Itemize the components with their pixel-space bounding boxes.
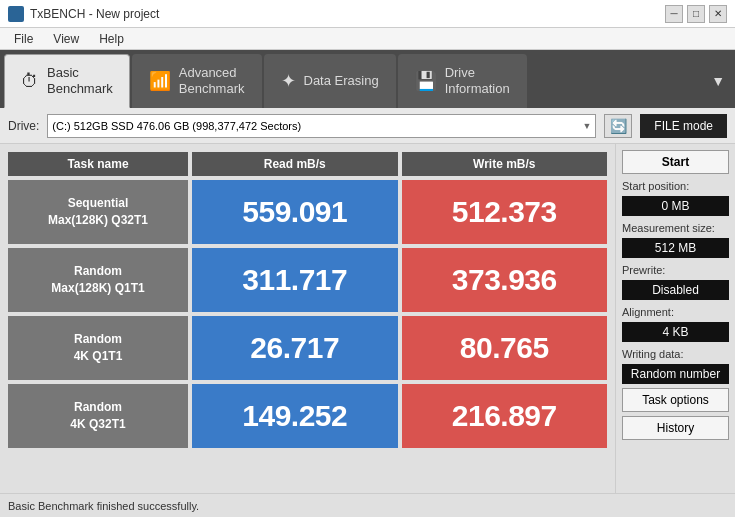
maximize-button[interactable]: □ <box>687 5 705 23</box>
measurement-size-label: Measurement size: <box>622 222 729 234</box>
row3-read: 26.717 <box>192 316 398 380</box>
basic-benchmark-icon: ⏱ <box>21 72 39 90</box>
header-task-name: Task name <box>8 152 188 176</box>
row4-name: Random4K Q32T1 <box>8 384 188 448</box>
row2-read: 311.717 <box>192 248 398 312</box>
row3-write: 80.765 <box>402 316 608 380</box>
tab-drive-label: DriveInformation <box>445 65 510 96</box>
status-text: Basic Benchmark finished successfully. <box>8 500 199 512</box>
status-bar: Basic Benchmark finished successfully. <box>0 493 735 517</box>
tab-toolbar: ⏱ BasicBenchmark 📶 AdvancedBenchmark ✦ D… <box>0 50 735 108</box>
row4-write: 216.897 <box>402 384 608 448</box>
writing-data-label: Writing data: <box>622 348 729 360</box>
tab-basic-label: BasicBenchmark <box>47 65 113 96</box>
task-options-button[interactable]: Task options <box>622 388 729 412</box>
start-position-label: Start position: <box>622 180 729 192</box>
header-write: Write mB/s <box>402 152 608 176</box>
right-panel: Start Start position: 0 MB Measurement s… <box>615 144 735 493</box>
advanced-benchmark-icon: 📶 <box>149 72 171 90</box>
drive-label: Drive: <box>8 119 39 133</box>
title-bar: TxBENCH - New project ─ □ ✕ <box>0 0 735 28</box>
tab-data-erasing[interactable]: ✦ Data Erasing <box>264 54 396 108</box>
title-bar-left: TxBENCH - New project <box>8 6 159 22</box>
tab-advanced-benchmark[interactable]: 📶 AdvancedBenchmark <box>132 54 262 108</box>
tab-basic-benchmark[interactable]: ⏱ BasicBenchmark <box>4 54 130 108</box>
start-button[interactable]: Start <box>622 150 729 174</box>
menu-view[interactable]: View <box>43 30 89 48</box>
row2-name: RandomMax(128K) Q1T1 <box>8 248 188 312</box>
main-content: Task name Read mB/s Write mB/s Sequentia… <box>0 144 735 493</box>
table-row: RandomMax(128K) Q1T1 311.717 373.936 <box>8 248 607 312</box>
title-controls: ─ □ ✕ <box>665 5 727 23</box>
data-erasing-icon: ✦ <box>281 72 296 90</box>
row2-write: 373.936 <box>402 248 608 312</box>
drive-bar: Drive: (C:) 512GB SSD 476.06 GB (998,377… <box>0 108 735 144</box>
prewrite-label: Prewrite: <box>622 264 729 276</box>
prewrite-value: Disabled <box>622 280 729 300</box>
table-row: SequentialMax(128K) Q32T1 559.091 512.37… <box>8 180 607 244</box>
alignment-label: Alignment: <box>622 306 729 318</box>
menu-bar: File View Help <box>0 28 735 50</box>
minimize-button[interactable]: ─ <box>665 5 683 23</box>
table-header: Task name Read mB/s Write mB/s <box>8 152 607 176</box>
app-icon <box>8 6 24 22</box>
header-read: Read mB/s <box>192 152 398 176</box>
table-row: Random4K Q32T1 149.252 216.897 <box>8 384 607 448</box>
close-button[interactable]: ✕ <box>709 5 727 23</box>
measurement-size-value: 512 MB <box>622 238 729 258</box>
table-row: Random4K Q1T1 26.717 80.765 <box>8 316 607 380</box>
start-position-value: 0 MB <box>622 196 729 216</box>
drive-information-icon: 💾 <box>415 72 437 90</box>
drive-select[interactable]: (C:) 512GB SSD 476.06 GB (998,377,472 Se… <box>47 114 596 138</box>
menu-help[interactable]: Help <box>89 30 134 48</box>
row4-read: 149.252 <box>192 384 398 448</box>
row1-read: 559.091 <box>192 180 398 244</box>
benchmark-area: Task name Read mB/s Write mB/s Sequentia… <box>0 144 615 493</box>
menu-file[interactable]: File <box>4 30 43 48</box>
file-mode-button[interactable]: FILE mode <box>640 114 727 138</box>
tab-advanced-label: AdvancedBenchmark <box>179 65 245 96</box>
tab-dropdown-arrow[interactable]: ▼ <box>705 73 731 89</box>
drive-value: (C:) 512GB SSD 476.06 GB (998,377,472 Se… <box>52 120 301 132</box>
tab-erasing-label: Data Erasing <box>304 73 379 89</box>
writing-data-value: Random number <box>622 364 729 384</box>
alignment-value: 4 KB <box>622 322 729 342</box>
row1-name: SequentialMax(128K) Q32T1 <box>8 180 188 244</box>
drive-refresh-button[interactable]: 🔄 <box>604 114 632 138</box>
row3-name: Random4K Q1T1 <box>8 316 188 380</box>
app-title: TxBENCH - New project <box>30 7 159 21</box>
tab-drive-information[interactable]: 💾 DriveInformation <box>398 54 527 108</box>
row1-write: 512.373 <box>402 180 608 244</box>
benchmark-table: Task name Read mB/s Write mB/s Sequentia… <box>8 152 607 448</box>
history-button[interactable]: History <box>622 416 729 440</box>
